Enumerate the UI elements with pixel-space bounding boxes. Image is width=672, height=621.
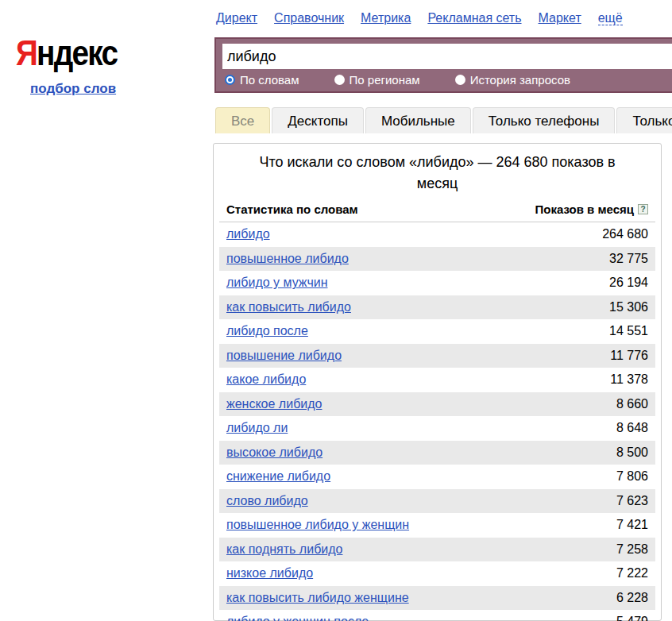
search-panel: По словамПо регионамИстория запросов — [214, 37, 672, 93]
table-row-2: либидо у мужчин26 194 — [219, 271, 655, 295]
nav-link-4[interactable]: Маркет — [539, 11, 581, 25]
radio-button-2[interactable] — [455, 75, 465, 85]
device-tabs: ВсеДесктопыМобильныеТолько телефоныТольк… — [215, 107, 672, 133]
table-row-8: либидо ли8 648 — [219, 416, 655, 441]
impressions-value-10: 7 806 — [616, 469, 648, 484]
wordstat-page: Яндекс подбор слов ДиректСправочникМетри… — [0, 0, 672, 621]
keyword-link-10[interactable]: снижение либидо — [226, 469, 330, 484]
results-card: Что искали со словом «либидо» — 264 680 … — [213, 143, 662, 621]
keyword-link-16[interactable]: либидо у женщин после — [226, 615, 369, 621]
search-mode-radios: По словамПо регионамИстория запросов — [216, 69, 672, 90]
nav-link-0[interactable]: Директ — [216, 11, 257, 25]
impressions-value-16: 5 479 — [616, 615, 648, 621]
search-mode-2[interactable]: История запросов — [455, 73, 570, 87]
keyword-link-3[interactable]: как повысить либидо — [226, 300, 351, 314]
impressions-value-13: 7 258 — [616, 542, 648, 557]
keyword-link-13[interactable]: как поднять либидо — [226, 542, 342, 557]
tab-3[interactable]: Только телефоны — [473, 107, 616, 133]
keyword-link-11[interactable]: слово либидо — [226, 494, 308, 508]
impressions-value-6: 11 378 — [610, 372, 648, 387]
impressions-value-4: 14 551 — [609, 324, 648, 338]
impressions-value-11: 7 623 — [616, 494, 648, 508]
keyword-link-15[interactable]: как повысить либидо женщине — [226, 591, 409, 605]
impressions-value-9: 8 500 — [616, 446, 648, 460]
search-mode-1[interactable]: По регионам — [334, 73, 420, 87]
table-row-9: высокое либидо8 500 — [219, 441, 655, 465]
keywords-table: либидо264 680повышенное либидо32 775либи… — [219, 222, 655, 621]
wordstat-home-link[interactable]: подбор слов — [30, 81, 116, 97]
impressions-value-0: 264 680 — [602, 227, 648, 241]
tab-2[interactable]: Мобильные — [365, 107, 471, 133]
table-row-15: как повысить либидо женщине6 228 — [219, 586, 655, 611]
keyword-link-4[interactable]: либидо после — [226, 324, 308, 338]
table-row-7: женское либидо8 660 — [219, 392, 655, 417]
nav-link-2[interactable]: Метрика — [361, 11, 411, 25]
impressions-value-5: 11 776 — [610, 349, 648, 363]
radio-button-0[interactable] — [225, 75, 235, 85]
table-row-10: снижение либидо7 806 — [219, 465, 655, 489]
impressions-value-14: 7 222 — [616, 566, 648, 580]
table-row-16: либидо у женщин после5 479 — [219, 610, 655, 621]
keyword-link-0[interactable]: либидо — [226, 227, 270, 241]
keyword-link-8[interactable]: либидо ли — [226, 421, 288, 435]
column-header-keywords: Статистика по словам — [226, 202, 358, 216]
impressions-value-15: 6 228 — [616, 591, 648, 605]
keyword-link-9[interactable]: высокое либидо — [226, 446, 322, 460]
nav-link-1[interactable]: Справочник — [274, 11, 344, 25]
radio-label-2: История запросов — [470, 73, 570, 87]
impressions-value-3: 15 306 — [609, 300, 648, 314]
table-row-11: слово либидо7 623 — [219, 489, 655, 514]
tab-4[interactable]: Только планшеты — [616, 107, 672, 133]
keyword-link-7[interactable]: женское либидо — [226, 397, 322, 411]
results-title: Что искали со словом «либидо» — 264 680 … — [219, 152, 655, 195]
table-row-13: как поднять либидо7 258 — [219, 538, 655, 562]
yandex-logo[interactable]: Яндекс — [16, 33, 117, 73]
nav-link-5[interactable]: ещё — [598, 11, 623, 25]
radio-button-1[interactable] — [334, 75, 345, 85]
top-nav: ДиректСправочникМетрикаРекламная сетьМар… — [216, 11, 639, 25]
keyword-link-14[interactable]: низкое либидо — [226, 566, 313, 580]
table-row-6: какое либидо11 378 — [219, 368, 655, 392]
table-row-4: либидо после14 551 — [219, 319, 655, 344]
help-icon[interactable]: ? — [638, 204, 648, 214]
search-input[interactable] — [222, 44, 672, 69]
search-mode-0[interactable]: По словам — [225, 73, 299, 87]
tab-0[interactable]: Все — [215, 107, 270, 133]
keyword-link-1[interactable]: повышенное либидо — [226, 252, 349, 266]
impressions-value-2: 26 194 — [609, 276, 648, 290]
table-row-5: повышение либидо11 776 — [219, 344, 655, 368]
table-row-0: либидо264 680 — [219, 222, 655, 247]
table-row-12: повышенное либидо у женщин7 421 — [219, 513, 655, 538]
table-header: Статистика по словам Показов в месяц ? — [219, 201, 655, 222]
keyword-link-2[interactable]: либидо у мужчин — [226, 276, 328, 290]
impressions-value-12: 7 421 — [616, 518, 648, 532]
table-row-1: повышенное либидо32 775 — [219, 247, 655, 272]
impressions-value-1: 32 775 — [609, 252, 648, 266]
nav-link-3[interactable]: Рекламная сеть — [427, 11, 521, 25]
table-row-14: низкое либидо7 222 — [219, 561, 655, 586]
radio-label-0: По словам — [240, 73, 299, 87]
keyword-link-5[interactable]: повышение либидо — [226, 349, 342, 363]
table-row-3: как повысить либидо15 306 — [219, 295, 655, 320]
impressions-value-8: 8 648 — [616, 421, 648, 435]
radio-label-1: По регионам — [350, 73, 420, 87]
keyword-link-6[interactable]: какое либидо — [226, 372, 306, 387]
impressions-value-7: 8 660 — [616, 397, 648, 411]
column-header-impressions: Показов в месяц — [535, 202, 634, 216]
keyword-link-12[interactable]: повышенное либидо у женщин — [226, 518, 409, 532]
tab-1[interactable]: Десктопы — [272, 107, 364, 133]
